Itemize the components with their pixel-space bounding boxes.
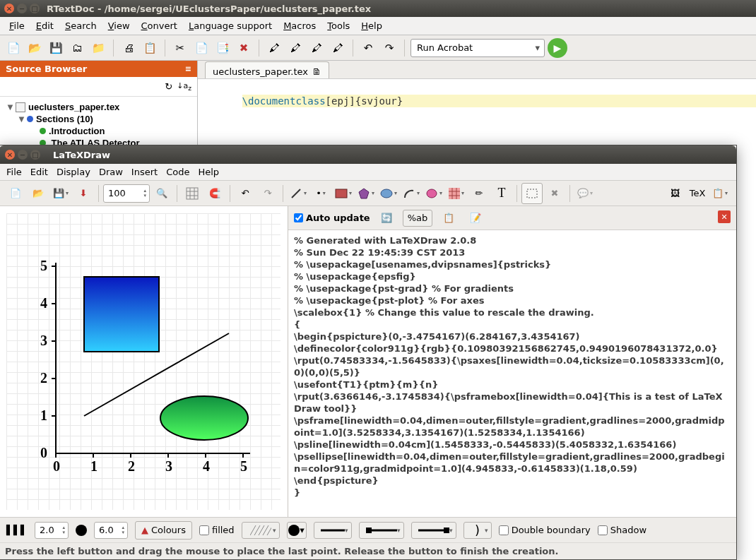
wand-icon[interactable]: 🖍 xyxy=(265,39,283,57)
tex-dropdown-icon[interactable]: 📋 xyxy=(709,183,731,204)
ltd-close-icon[interactable]: ✕ xyxy=(5,150,15,160)
maximize-icon[interactable]: □ xyxy=(30,4,40,13)
hatch-style[interactable] xyxy=(242,522,280,539)
ltd-menu-file[interactable]: File xyxy=(2,165,26,179)
undo-icon[interactable]: ↶ xyxy=(359,39,377,57)
delete-icon[interactable]: ✖ xyxy=(235,39,253,57)
bracket-style[interactable]: ) xyxy=(463,522,492,539)
select-tool-icon[interactable] xyxy=(521,183,543,204)
image-tool-icon[interactable]: 🖼 xyxy=(664,183,685,204)
ltd-redo-icon[interactable]: ↷ xyxy=(257,183,278,204)
line-tool-icon[interactable] xyxy=(288,183,309,204)
menu-view[interactable]: View xyxy=(103,18,135,33)
run-button[interactable]: ▶ xyxy=(548,38,567,58)
ab-button[interactable]: %ab xyxy=(403,210,433,227)
fill-color-swatch[interactable]: ▾ xyxy=(287,522,307,539)
save-icon[interactable]: 💾 xyxy=(47,39,65,57)
close-panel-icon[interactable]: ✕ xyxy=(718,210,731,223)
wand2-icon[interactable]: 🖍 xyxy=(286,39,305,57)
zoom-icon[interactable]: 🔍 xyxy=(151,183,172,204)
copy-icon[interactable]: 📋 xyxy=(141,39,159,57)
polygon-tool-icon[interactable] xyxy=(355,183,377,204)
freehand-tool-icon[interactable]: ✏ xyxy=(468,183,490,204)
arrow-right-style[interactable] xyxy=(411,522,456,539)
menu-language[interactable]: Language support xyxy=(184,18,277,33)
ltd-open-icon[interactable]: 📂 xyxy=(28,183,49,204)
ltd-window-title: LaTeXDraw xyxy=(53,150,110,160)
ltd-menu-display[interactable]: Display xyxy=(52,165,95,179)
menu-edit[interactable]: Edit xyxy=(31,18,59,33)
ltd-minimize-icon[interactable]: − xyxy=(18,150,28,160)
line-width-input[interactable]: 2.0 xyxy=(35,522,69,539)
menu-search[interactable]: Search xyxy=(60,18,102,33)
tree-item-intro[interactable]: .Introduction xyxy=(3,125,194,137)
ltd-pdf-icon[interactable]: ⬇ xyxy=(73,183,94,204)
ellipse-tool-icon[interactable] xyxy=(378,183,399,204)
delete-tool-icon[interactable]: ✖ xyxy=(544,183,565,204)
tree-item-sections[interactable]: ▼ Sections (10) xyxy=(3,113,194,125)
sort-icon[interactable]: ↓az xyxy=(177,81,191,92)
wand3-icon[interactable]: 🖍 xyxy=(307,39,326,57)
menu-macros[interactable]: Macros xyxy=(278,18,321,33)
menu-file[interactable]: File xyxy=(4,18,30,33)
copy-code-icon[interactable]: 📋 xyxy=(438,208,459,229)
canvas-svg: 0 1 2 3 4 5 0 1 2 3 4 5 xyxy=(0,206,288,510)
grid-tool-icon[interactable] xyxy=(446,183,467,204)
drawing-canvas[interactable]: 0 1 2 3 4 5 0 1 2 3 4 5 xyxy=(0,206,288,517)
line-style[interactable] xyxy=(314,522,352,539)
text-tool-icon[interactable]: T xyxy=(491,183,512,204)
menu-tools[interactable]: Tools xyxy=(322,18,355,33)
redo-icon[interactable]: ↷ xyxy=(380,39,398,57)
ltd-menu-help[interactable]: Help xyxy=(194,165,223,179)
zoom-input[interactable]: 100 xyxy=(103,184,150,203)
open-file-icon[interactable]: 📂 xyxy=(25,39,44,57)
open-folder-icon[interactable]: 📁 xyxy=(89,39,107,57)
arc-tool-icon[interactable] xyxy=(401,183,422,204)
generated-code[interactable]: % Generated with LaTeXDraw 2.0.8 % Sun D… xyxy=(288,230,736,517)
dot-tool-icon[interactable]: • xyxy=(310,183,331,204)
ltd-new-icon[interactable]: 📄 xyxy=(5,183,26,204)
ltd-save-icon[interactable]: 💾 xyxy=(50,183,71,204)
ltd-menu-draw[interactable]: Draw xyxy=(95,165,127,179)
print-icon[interactable]: 🖨 xyxy=(119,39,138,57)
paste-icon[interactable]: 📄 xyxy=(192,39,211,57)
menu-help[interactable]: Help xyxy=(356,18,387,33)
arrow-left-style[interactable] xyxy=(359,522,404,539)
wand4-icon[interactable]: 🖍 xyxy=(329,39,347,57)
save-all-icon[interactable]: 🗂 xyxy=(68,39,86,57)
double-boundary-checkbox[interactable]: Double boundary xyxy=(499,525,591,535)
svg-rect-1 xyxy=(336,189,347,198)
ltd-maximize-icon[interactable]: □ xyxy=(30,150,40,160)
refresh-code-icon[interactable]: 🔄 xyxy=(376,208,397,229)
auto-update-checkbox[interactable]: Auto update xyxy=(294,213,370,223)
new-file-icon[interactable]: 📄 xyxy=(4,39,23,57)
shadow-checkbox[interactable]: Shadow xyxy=(598,525,646,535)
tree-item-file[interactable]: ▼ ueclusters_paper.tex xyxy=(3,101,194,113)
minimize-icon[interactable]: − xyxy=(17,4,27,13)
latexdraw-title-bar[interactable]: ✕ − □ LaTeXDraw xyxy=(0,145,736,164)
rect-tool-icon[interactable] xyxy=(333,183,354,204)
tex-tool-icon[interactable]: TeX xyxy=(687,183,708,204)
properties-icon[interactable]: 💬 xyxy=(574,183,596,204)
refresh-icon[interactable]: ↻ xyxy=(165,81,172,92)
close-icon[interactable]: ✕ xyxy=(4,4,14,13)
duplicate-icon[interactable]: 📑 xyxy=(213,39,232,57)
status-bar: Press the left button and drag the mouse… xyxy=(0,542,736,559)
grid-icon[interactable] xyxy=(182,183,203,204)
colours-button[interactable]: ▲Colours xyxy=(135,521,192,540)
ltd-undo-icon[interactable]: ↶ xyxy=(235,183,256,204)
comment-icon[interactable]: 📝 xyxy=(465,208,486,229)
cut-icon[interactable]: ✂ xyxy=(171,39,189,57)
magnet-icon[interactable]: 🧲 xyxy=(204,183,225,204)
menu-convert[interactable]: Convert xyxy=(136,18,182,33)
panel-menu-icon[interactable]: ≡ xyxy=(185,64,191,73)
bezier-tool-icon[interactable] xyxy=(423,183,444,204)
dot-size-input[interactable]: 6.0 xyxy=(94,522,128,539)
ltd-menu-edit[interactable]: Edit xyxy=(26,165,52,179)
ltd-menu-code[interactable]: Code xyxy=(162,165,194,179)
filled-checkbox[interactable]: filled xyxy=(199,525,235,535)
document-icon: 🗎 xyxy=(312,66,321,77)
ltd-menu-insert[interactable]: Insert xyxy=(127,165,162,179)
run-combo[interactable]: Run Acrobat xyxy=(411,39,545,57)
editor-tab[interactable]: ueclusters_paper.tex 🗎 xyxy=(205,61,329,78)
